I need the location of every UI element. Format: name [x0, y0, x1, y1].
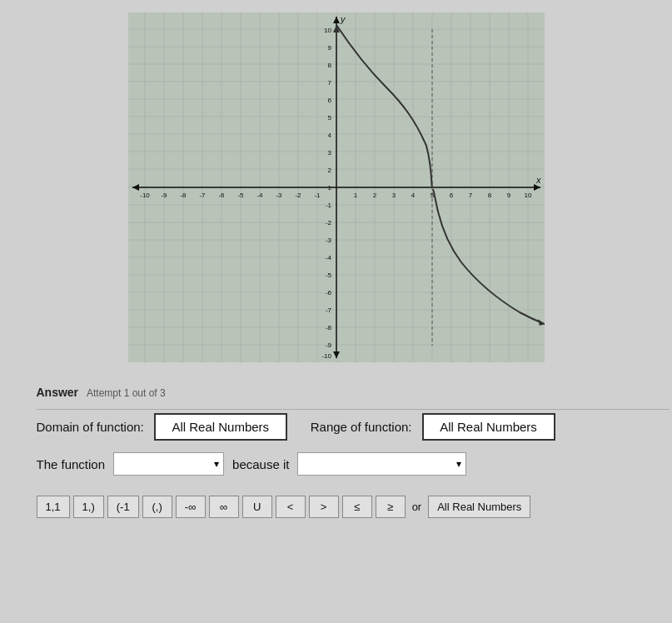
svg-text:-10: -10 [321, 352, 331, 360]
bottom-buttons-row: 1,1 1,) (-1 (,) -∞ ∞ U < > ≤ ≥ or All Re… [37, 491, 636, 523]
btn-openparen-neg1[interactable]: (-1 [107, 496, 139, 518]
svg-text:-8: -8 [325, 324, 331, 331]
btn-union[interactable]: U [242, 496, 272, 518]
svg-text:4: 4 [327, 132, 331, 139]
svg-text:5: 5 [327, 114, 331, 122]
svg-text:7: 7 [327, 79, 331, 87]
svg-text:2: 2 [327, 167, 331, 174]
svg-text:6: 6 [327, 97, 331, 104]
svg-text:-4: -4 [325, 254, 331, 262]
svg-text:8: 8 [487, 192, 491, 199]
svg-text:-7: -7 [325, 307, 331, 314]
svg-text:-9: -9 [161, 192, 167, 199]
function-label: The function [37, 457, 106, 471]
because-select-wrapper[interactable]: passes the vertical line test fails the … [297, 452, 466, 476]
domain-value-box: All Real Numbers [154, 413, 287, 441]
btn-gt[interactable]: > [309, 496, 339, 518]
or-text: or [409, 501, 426, 513]
divider [37, 409, 670, 410]
svg-text:8: 8 [327, 62, 331, 69]
btn-gte[interactable]: ≥ [376, 496, 406, 518]
svg-text:9: 9 [327, 44, 331, 52]
svg-text:1: 1 [353, 192, 357, 199]
svg-text:-2: -2 [325, 219, 331, 227]
btn-parens[interactable]: (,) [142, 496, 172, 518]
svg-text:10: 10 [524, 192, 531, 199]
attempt-text: Attempt 1 out of 3 [87, 387, 166, 399]
svg-text:-6: -6 [218, 192, 225, 199]
svg-text:3: 3 [327, 149, 331, 157]
range-value-box: All Real Numbers [422, 413, 555, 441]
svg-text:-3: -3 [276, 192, 282, 199]
main-container: x y -10 -9 -8 -7 -6 -5 -4 -3 -2 -1 1 2 3… [0, 0, 672, 623]
svg-text:9: 9 [506, 192, 510, 199]
answer-title: Answer [37, 386, 79, 399]
btn-11[interactable]: 1,1 [37, 496, 70, 518]
btn-inf[interactable]: ∞ [209, 496, 239, 518]
svg-text:-5: -5 [237, 192, 244, 199]
range-label: Range of function: [311, 420, 412, 434]
btn-lt[interactable]: < [276, 496, 306, 518]
graph-container: x y -10 -9 -8 -7 -6 -5 -4 -3 -2 -1 1 2 3… [128, 12, 545, 362]
svg-text:10: 10 [324, 27, 331, 34]
svg-text:6: 6 [449, 192, 453, 199]
domain-label: Domain of function: [37, 420, 144, 434]
btn-1close[interactable]: 1,) [73, 496, 104, 518]
answer-label: Answer Attempt 1 out of 3 [37, 386, 636, 399]
answer-section: Answer Attempt 1 out of 3 Domain of func… [20, 377, 653, 531]
because-select[interactable]: passes the vertical line test fails the … [297, 452, 466, 476]
function-row: The function is a function is not a func… [37, 452, 636, 476]
svg-text:-10: -10 [140, 192, 150, 199]
svg-text:-4: -4 [256, 192, 263, 199]
svg-text:-1: -1 [314, 192, 321, 199]
svg-text:7: 7 [468, 192, 472, 199]
function-select-wrapper[interactable]: is a function is not a function [113, 452, 224, 476]
svg-text:-8: -8 [180, 192, 187, 199]
svg-text:x: x [535, 175, 541, 185]
svg-text:-6: -6 [325, 289, 331, 297]
because-label: because it [232, 457, 289, 471]
coordinate-graph: x y -10 -9 -8 -7 -6 -5 -4 -3 -2 -1 1 2 3… [128, 12, 545, 362]
svg-text:1: 1 [327, 184, 331, 192]
btn-lte[interactable]: ≤ [342, 496, 372, 518]
svg-text:-2: -2 [295, 192, 301, 199]
svg-text:-1: -1 [325, 202, 331, 209]
function-select[interactable]: is a function is not a function [113, 452, 224, 476]
svg-text:-3: -3 [325, 237, 331, 244]
svg-text:-9: -9 [325, 341, 331, 349]
svg-text:3: 3 [391, 192, 396, 199]
btn-neg-inf[interactable]: -∞ [176, 496, 206, 518]
svg-text:-7: -7 [199, 192, 206, 199]
btn-all-real[interactable]: All Real Numbers [428, 496, 530, 518]
svg-text:-5: -5 [325, 272, 331, 279]
svg-text:2: 2 [372, 192, 376, 199]
domain-range-row: Domain of function: All Real Numbers Ran… [37, 413, 636, 441]
svg-text:4: 4 [411, 192, 415, 199]
